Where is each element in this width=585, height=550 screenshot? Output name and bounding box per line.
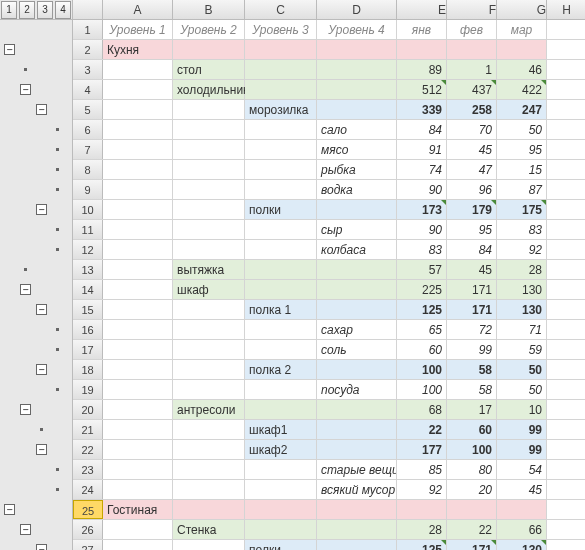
cell[interactable] bbox=[317, 40, 397, 59]
cell[interactable] bbox=[103, 380, 173, 399]
cell[interactable] bbox=[547, 460, 585, 479]
cell[interactable] bbox=[173, 480, 245, 499]
cell[interactable] bbox=[547, 480, 585, 499]
row-header[interactable]: 14 bbox=[73, 280, 103, 299]
collapse-icon[interactable]: − bbox=[20, 284, 31, 295]
cell[interactable] bbox=[103, 100, 173, 119]
cell[interactable]: 72 bbox=[447, 320, 497, 339]
row-header[interactable]: 23 bbox=[73, 460, 103, 479]
cell[interactable] bbox=[547, 400, 585, 419]
cell[interactable]: мар bbox=[497, 20, 547, 39]
cell[interactable]: 92 bbox=[497, 240, 547, 259]
table-row[interactable]: 2 Кухня bbox=[73, 40, 585, 60]
cell[interactable] bbox=[103, 440, 173, 459]
table-row[interactable]: 23старые вещи858054 bbox=[73, 460, 585, 480]
cell[interactable]: 179 bbox=[447, 200, 497, 219]
cell[interactable]: стол bbox=[173, 60, 245, 79]
row-header[interactable]: 17 bbox=[73, 340, 103, 359]
cell[interactable]: 95 bbox=[447, 220, 497, 239]
cell[interactable] bbox=[547, 520, 585, 539]
cell[interactable] bbox=[245, 400, 317, 419]
cell[interactable] bbox=[547, 220, 585, 239]
cell[interactable]: 87 bbox=[497, 180, 547, 199]
cell[interactable] bbox=[103, 520, 173, 539]
cell[interactable] bbox=[103, 240, 173, 259]
cell[interactable] bbox=[547, 240, 585, 259]
cell[interactable]: 66 bbox=[497, 520, 547, 539]
table-row[interactable]: 3 стол 89 1 46 bbox=[73, 60, 585, 80]
cell[interactable] bbox=[547, 40, 585, 59]
col-header-A[interactable]: A bbox=[103, 0, 173, 19]
cell[interactable]: мясо bbox=[317, 140, 397, 159]
cell[interactable]: 45 bbox=[497, 480, 547, 499]
spreadsheet-grid[interactable]: A B C D E F G H 1 Уровень 1 Уровень 2 Ур… bbox=[73, 0, 585, 550]
row-header[interactable]: 20 bbox=[73, 400, 103, 419]
cell[interactable] bbox=[103, 80, 173, 99]
row-header[interactable]: 4 bbox=[73, 80, 103, 99]
cell[interactable]: 74 bbox=[397, 160, 447, 179]
cell[interactable]: сало bbox=[317, 120, 397, 139]
cell[interactable] bbox=[397, 40, 447, 59]
cell[interactable] bbox=[103, 140, 173, 159]
collapse-icon[interactable]: − bbox=[36, 104, 47, 115]
cell[interactable]: 50 bbox=[497, 360, 547, 379]
table-row[interactable]: 17соль609959 bbox=[73, 340, 585, 360]
collapse-icon[interactable]: − bbox=[36, 304, 47, 315]
cell[interactable]: рыбка bbox=[317, 160, 397, 179]
cell[interactable]: 173 bbox=[397, 200, 447, 219]
cell[interactable] bbox=[173, 440, 245, 459]
cell[interactable] bbox=[317, 520, 397, 539]
cell[interactable]: полка 1 bbox=[245, 300, 317, 319]
row-header[interactable]: 26 bbox=[73, 520, 103, 539]
cell[interactable] bbox=[245, 220, 317, 239]
cell[interactable] bbox=[447, 500, 497, 519]
table-row[interactable]: 5 морозилка 339 258 247 bbox=[73, 100, 585, 120]
cell[interactable] bbox=[547, 440, 585, 459]
cell[interactable]: 60 bbox=[447, 420, 497, 439]
cell[interactable] bbox=[103, 60, 173, 79]
cell[interactable]: 175 bbox=[497, 200, 547, 219]
cell[interactable] bbox=[317, 360, 397, 379]
cell[interactable] bbox=[547, 260, 585, 279]
cell[interactable]: 91 bbox=[397, 140, 447, 159]
table-row[interactable]: 7мясо914595 bbox=[73, 140, 585, 160]
col-header-D[interactable]: D bbox=[317, 0, 397, 19]
cell[interactable] bbox=[103, 300, 173, 319]
cell[interactable]: 437 bbox=[447, 80, 497, 99]
cell[interactable] bbox=[103, 400, 173, 419]
cell[interactable]: 50 bbox=[497, 380, 547, 399]
row-header[interactable]: 8 bbox=[73, 160, 103, 179]
cell[interactable] bbox=[103, 220, 173, 239]
cell[interactable] bbox=[103, 360, 173, 379]
cell[interactable] bbox=[547, 160, 585, 179]
cell[interactable]: 99 bbox=[497, 440, 547, 459]
cell[interactable]: 100 bbox=[397, 360, 447, 379]
cell[interactable]: 258 bbox=[447, 100, 497, 119]
row-header[interactable]: 5 bbox=[73, 100, 103, 119]
cell[interactable] bbox=[245, 120, 317, 139]
cell[interactable] bbox=[547, 500, 585, 519]
row-header[interactable]: 18 bbox=[73, 360, 103, 379]
cell[interactable] bbox=[317, 500, 397, 519]
cell[interactable]: 171 bbox=[447, 540, 497, 550]
cell[interactable] bbox=[317, 100, 397, 119]
cell[interactable]: 83 bbox=[397, 240, 447, 259]
cell[interactable]: 20 bbox=[447, 480, 497, 499]
cell[interactable] bbox=[447, 40, 497, 59]
cell[interactable] bbox=[317, 280, 397, 299]
cell[interactable]: фев bbox=[447, 20, 497, 39]
cell[interactable]: 171 bbox=[447, 300, 497, 319]
cell[interactable] bbox=[245, 60, 317, 79]
cell[interactable] bbox=[317, 200, 397, 219]
table-row[interactable]: 19посуда1005850 bbox=[73, 380, 585, 400]
row-header[interactable]: 9 bbox=[73, 180, 103, 199]
cell[interactable] bbox=[245, 500, 317, 519]
cell[interactable] bbox=[245, 180, 317, 199]
cell[interactable]: холодильник bbox=[173, 80, 245, 99]
cell[interactable] bbox=[547, 300, 585, 319]
cell[interactable] bbox=[173, 100, 245, 119]
cell[interactable]: шкаф1 bbox=[245, 420, 317, 439]
row-header[interactable]: 24 bbox=[73, 480, 103, 499]
cell[interactable] bbox=[103, 460, 173, 479]
cell[interactable] bbox=[317, 80, 397, 99]
